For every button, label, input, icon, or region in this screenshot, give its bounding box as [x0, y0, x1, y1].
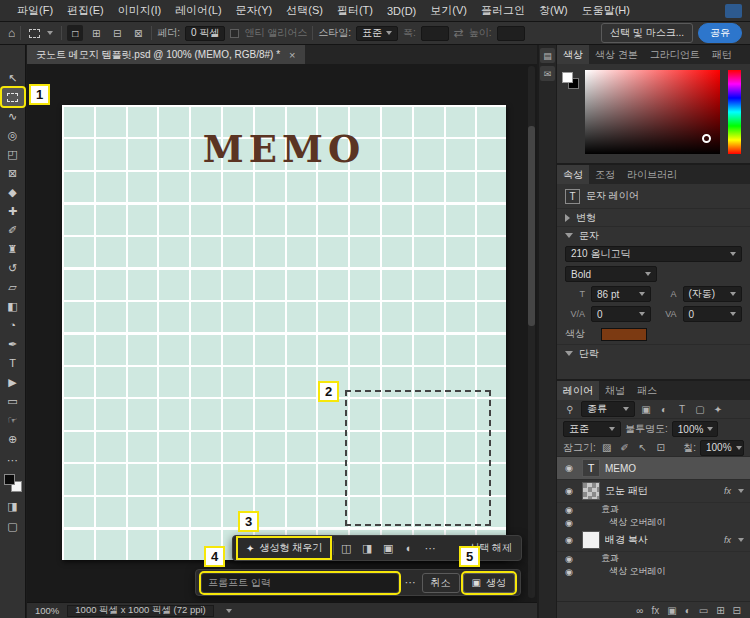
document-tab[interactable]: 굿노트 메모지 템플릿.psd @ 100% (MEMO, RGB/8#) * …: [27, 45, 305, 64]
lock-all-icon[interactable]: ⊡: [654, 442, 668, 453]
zoom-tool[interactable]: ⊕: [2, 430, 24, 448]
menu-item[interactable]: 이미지(I): [111, 3, 168, 18]
transform-section[interactable]: 변형: [557, 208, 750, 226]
comments-panel-icon[interactable]: ✉: [540, 66, 555, 81]
layer-effects-icon[interactable]: fx: [651, 605, 659, 616]
screen-mode-icon[interactable]: ▢: [2, 517, 24, 535]
selection-marquee[interactable]: [345, 390, 491, 526]
crop-tool[interactable]: ◰: [2, 145, 24, 163]
layer-effects-row[interactable]: ◉ 효과: [557, 503, 750, 516]
close-icon[interactable]: ×: [289, 49, 295, 61]
panel-tab[interactable]: 조정: [589, 165, 621, 184]
menu-item[interactable]: 레이어(L): [168, 3, 228, 18]
filter-type-icon[interactable]: T: [675, 404, 689, 415]
select-and-mask-button[interactable]: 선택 및 마스크...: [601, 23, 693, 43]
share-button[interactable]: 공유: [698, 23, 742, 43]
layer-row-memo[interactable]: ◉ T MEMO: [557, 457, 750, 480]
menu-item[interactable]: 선택(S): [279, 3, 330, 18]
panel-tab[interactable]: 채널: [599, 381, 631, 400]
visibility-eye-icon[interactable]: ◉: [561, 554, 577, 564]
menu-item[interactable]: 문자(Y): [229, 3, 280, 18]
menu-item[interactable]: 보기(V): [423, 3, 474, 18]
panel-tab[interactable]: 패스: [631, 381, 663, 400]
invert-selection-icon[interactable]: ◨: [358, 539, 376, 557]
new-layer-icon[interactable]: ⊞: [716, 605, 724, 616]
character-section[interactable]: 문자: [557, 226, 750, 244]
kerning-select[interactable]: 0: [591, 306, 651, 322]
tool-preset[interactable]: [26, 27, 56, 40]
leading-select[interactable]: (자동): [683, 286, 743, 302]
app-icon[interactable]: [725, 4, 742, 18]
layer-group-icon[interactable]: ▭: [699, 605, 708, 616]
panel-tab[interactable]: 레이어: [557, 381, 599, 400]
adjustment-layer-icon[interactable]: ◐: [400, 539, 418, 557]
type-tool[interactable]: T: [2, 354, 24, 372]
layer-effects-badge[interactable]: fx: [724, 486, 746, 496]
panel-tab[interactable]: 속성: [557, 165, 589, 184]
shape-tool[interactable]: ▭: [2, 392, 24, 410]
layer-name[interactable]: 배경 복사: [605, 533, 719, 547]
menu-item[interactable]: 3D(D): [380, 5, 423, 17]
width-input[interactable]: [421, 26, 449, 41]
visibility-eye-icon[interactable]: ◉: [561, 535, 577, 545]
font-family-select[interactable]: 210 옴니고딕: [565, 246, 742, 262]
foreground-color-swatch[interactable]: [4, 474, 15, 485]
object-selection-tool[interactable]: ◎: [2, 126, 24, 144]
home-icon[interactable]: ⌂: [8, 27, 15, 39]
menu-item[interactable]: 플러그인: [474, 3, 532, 18]
menu-item[interactable]: 파일(F): [10, 3, 60, 18]
more-options-icon[interactable]: ⋯: [421, 539, 439, 557]
feather-input[interactable]: 0 픽셀: [185, 26, 225, 41]
menu-item[interactable]: 도움말(H): [575, 3, 637, 18]
lasso-tool[interactable]: ∿: [2, 107, 24, 125]
add-selection-mode-button[interactable]: ⊞: [88, 25, 104, 41]
saturation-field[interactable]: [585, 70, 720, 154]
blend-mode-select[interactable]: 표준: [563, 421, 621, 437]
filter-pixel-icon[interactable]: ▣: [639, 404, 653, 415]
filter-adjustment-icon[interactable]: ◐: [657, 404, 671, 415]
font-size-select[interactable]: 86 pt: [591, 286, 651, 302]
blur-tool[interactable]: ◔: [2, 316, 24, 334]
foreground-color-swatch[interactable]: [562, 72, 573, 83]
color-cursor[interactable]: [702, 134, 711, 143]
subtract-selection-mode-button[interactable]: ⊟: [109, 25, 125, 41]
scrollbar-thumb[interactable]: [528, 126, 535, 326]
panel-tab[interactable]: 패턴: [706, 45, 738, 64]
menu-item[interactable]: 창(W): [532, 3, 575, 18]
visibility-eye-icon[interactable]: ◉: [561, 505, 577, 515]
fill-select[interactable]: 100%: [700, 440, 744, 456]
gradient-tool[interactable]: ◧: [2, 297, 24, 315]
marquee-tool[interactable]: [2, 88, 24, 106]
foreground-background-swatches[interactable]: [562, 72, 582, 92]
color-overlay-row[interactable]: ◉ 색상 오버레이: [557, 516, 750, 529]
color-overlay-row[interactable]: ◉ 색상 오버레이: [557, 565, 750, 578]
layer-name[interactable]: MEMO: [605, 463, 746, 474]
panel-tab[interactable]: 라이브러리: [621, 165, 683, 184]
text-layer-thumbnail[interactable]: T: [582, 459, 600, 477]
visibility-eye-icon[interactable]: ◉: [561, 518, 577, 528]
menu-item[interactable]: 편집(E): [60, 3, 111, 18]
history-brush-tool[interactable]: ↺: [2, 259, 24, 277]
zoom-level[interactable]: 100%: [35, 605, 59, 616]
eraser-tool[interactable]: ▱: [2, 278, 24, 296]
panel-tab[interactable]: 색상 견본: [589, 45, 644, 64]
layer-effects-row[interactable]: ◉ 효과: [557, 552, 750, 565]
lock-position-icon[interactable]: ↖: [636, 442, 650, 453]
lock-pixels-icon[interactable]: ✐: [618, 442, 632, 453]
layer-effects-badge[interactable]: fx: [724, 535, 746, 545]
link-layers-icon[interactable]: ∞: [636, 605, 643, 616]
layer-row-background-copy[interactable]: ◉ 배경 복사 fx: [557, 529, 750, 552]
history-panel-icon[interactable]: ▤: [540, 48, 555, 63]
lock-transparency-icon[interactable]: ▨: [600, 442, 614, 453]
hand-tool[interactable]: ☞: [2, 411, 24, 429]
clone-stamp-tool[interactable]: ♜: [2, 240, 24, 258]
visibility-eye-icon[interactable]: ◉: [561, 567, 577, 577]
brush-tool[interactable]: ✐: [2, 221, 24, 239]
visibility-eye-icon[interactable]: ◉: [561, 463, 577, 473]
prompt-more-icon[interactable]: ⋯: [402, 574, 419, 592]
eyedropper-tool[interactable]: ◆: [2, 183, 24, 201]
antialias-checkbox[interactable]: [230, 29, 239, 38]
layer-name[interactable]: 모눈 패턴: [605, 484, 719, 498]
generate-button[interactable]: ▣ 생성: [463, 573, 515, 593]
filter-smart-object-icon[interactable]: ✦: [711, 404, 725, 415]
